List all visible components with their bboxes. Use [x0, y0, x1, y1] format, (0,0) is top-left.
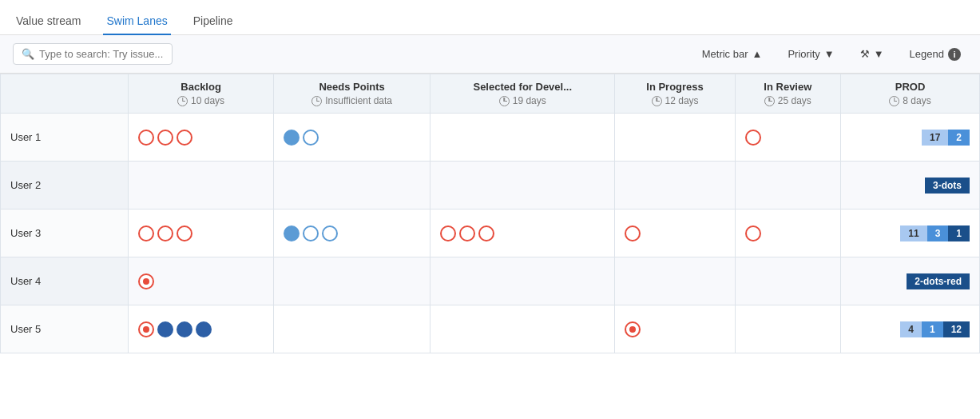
toolbar-right: Metric bar ▲ Priority ▼ ⚒ ▼ Legend i [696, 45, 967, 64]
tab-swim-lanes[interactable]: Swim Lanes [103, 8, 170, 35]
metric-bar-button[interactable]: Metric bar ▲ [696, 45, 769, 63]
table-row: User 1172 [1, 114, 980, 162]
col-header-in-progress: In Progress 12 days [615, 74, 735, 114]
table-cell [735, 210, 840, 257]
table-cell [129, 305, 274, 353]
prod-cell: 4112 [841, 305, 980, 353]
table-cell [274, 162, 430, 210]
prod-badge-dark: 12 [943, 321, 970, 337]
issue-dot[interactable] [745, 130, 761, 146]
table-cell [430, 210, 615, 257]
user-cell: User 4 [1, 257, 129, 305]
issue-dot[interactable] [284, 130, 300, 146]
clock-icon-backlog [177, 96, 188, 106]
search-icon: 🔍 [22, 48, 34, 60]
table-cell [430, 257, 615, 305]
dots-container [625, 321, 724, 337]
table-cell [430, 114, 615, 162]
prod-badges-container: 3-dots [851, 178, 970, 194]
issue-dot[interactable] [284, 225, 300, 241]
issue-dot[interactable] [177, 321, 192, 337]
dots-container [138, 273, 264, 289]
prod-badge-dark: 2-dots-red [907, 273, 970, 289]
issue-dot[interactable] [459, 225, 475, 241]
prod-badges-container: 172 [851, 130, 970, 146]
chevron-down-icon: ▼ [824, 48, 835, 60]
issue-dot[interactable] [138, 225, 154, 241]
table-cell [615, 305, 735, 353]
user-cell: User 5 [1, 305, 129, 353]
dots-container [745, 225, 831, 241]
issue-dot[interactable] [303, 130, 319, 146]
issue-dot[interactable] [196, 321, 212, 337]
issue-dot[interactable] [440, 225, 456, 241]
issue-dot[interactable] [157, 130, 173, 146]
prod-badge-dark: 3-dots [925, 178, 970, 194]
dots-container [440, 225, 605, 241]
swim-lanes-table: Backlog 10 days Needs Points Insufficien… [0, 74, 980, 353]
dots-container [745, 130, 831, 146]
dots-container [284, 130, 420, 146]
clock-icon-progress [652, 96, 662, 106]
issue-dot[interactable] [138, 321, 154, 337]
issue-dot[interactable] [177, 130, 192, 146]
prod-badges-container: 2-dots-red [851, 273, 970, 289]
col-header-prod: PROD 8 days [841, 74, 980, 114]
issue-dot[interactable] [157, 225, 173, 241]
legend-button[interactable]: Legend i [903, 45, 967, 64]
dots-container [138, 130, 264, 146]
table-cell [274, 114, 430, 162]
prod-badge-mid: 2 [948, 130, 970, 146]
nav-tabs: Value stream Swim Lanes Pipeline [0, 0, 980, 35]
table-cell [129, 114, 274, 162]
table-cell [274, 257, 430, 305]
col-header-selected: Selected for Devel... 19 days [430, 74, 615, 114]
chevron-up-icon: ▲ [752, 48, 763, 60]
issue-dot[interactable] [177, 225, 192, 241]
dots-container [138, 225, 264, 241]
issue-dot[interactable] [322, 225, 338, 241]
prod-cell: 2-dots-red [841, 257, 980, 305]
clock-icon-review [764, 96, 775, 106]
table-cell [274, 210, 430, 257]
prod-badge-mid: 3 [927, 225, 949, 241]
prod-cell: 3-dots [841, 162, 980, 210]
prod-cell: 1131 [841, 210, 980, 257]
table-cell [735, 162, 840, 210]
settings-button[interactable]: ⚒ ▼ [854, 45, 891, 63]
dots-container [284, 225, 420, 241]
prod-badge-light: 17 [922, 130, 948, 146]
table-header-row: Backlog 10 days Needs Points Insufficien… [1, 74, 980, 114]
issue-dot[interactable] [138, 273, 154, 289]
issue-dot[interactable] [478, 225, 494, 241]
issue-dot[interactable] [625, 321, 641, 337]
user-cell: User 1 [1, 114, 129, 162]
search-input[interactable] [39, 48, 164, 60]
tab-value-stream[interactable]: Value stream [13, 8, 84, 35]
dots-container [625, 225, 724, 241]
issue-dot[interactable] [157, 321, 173, 337]
clock-icon-selected [499, 96, 510, 106]
search-box[interactable]: 🔍 [13, 43, 173, 65]
prod-cell: 172 [841, 114, 980, 162]
user-cell: User 2 [1, 162, 129, 210]
table-cell [129, 210, 274, 257]
table-cell [615, 114, 735, 162]
table-row: User 54112 [1, 305, 980, 353]
col-header-backlog: Backlog 10 days [129, 74, 274, 114]
settings-chevron: ▼ [874, 48, 884, 60]
col-header-needs-points: Needs Points Insufficient data [274, 74, 430, 114]
tab-pipeline[interactable]: Pipeline [190, 8, 236, 35]
col-header-in-review: In Review 25 days [735, 74, 840, 114]
issue-dot[interactable] [745, 225, 761, 241]
table-cell [615, 162, 735, 210]
issue-dot[interactable] [303, 225, 319, 241]
table-row: User 42-dots-red [1, 257, 980, 305]
issue-dot[interactable] [625, 225, 641, 241]
priority-button[interactable]: Priority ▼ [781, 45, 840, 63]
clock-icon-needs [311, 96, 322, 106]
issue-dot[interactable] [138, 130, 154, 146]
table-cell [735, 114, 840, 162]
info-icon: i [948, 48, 961, 61]
table-cell [129, 257, 274, 305]
